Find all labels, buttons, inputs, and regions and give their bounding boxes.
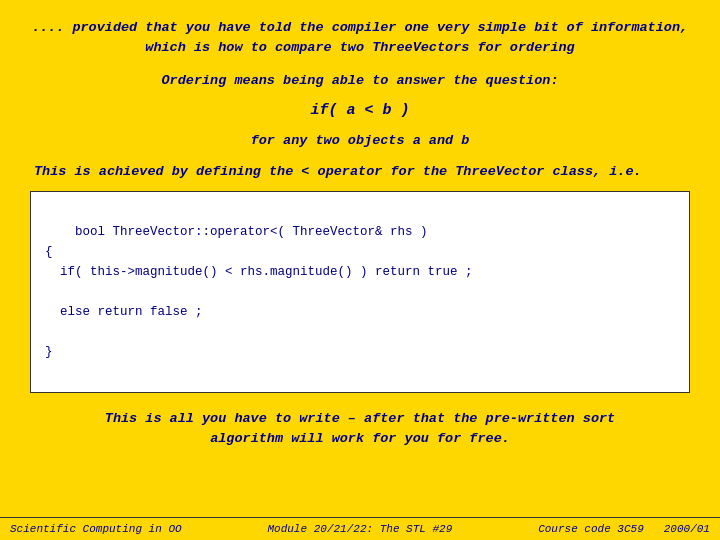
ordering-text: Ordering means being able to answer the … [30,73,690,88]
bottom-text-line2: algorithm will work for you for free. [210,431,510,446]
bottom-text-line1: This is all you have to write – after th… [105,411,615,426]
footer-course: Course code 3C59 [538,523,644,535]
top-text-line1: .... provided that you have told the com… [32,20,688,35]
page-container: .... provided that you have told the com… [0,0,720,540]
footer-middle: Module 20/21/22: The STL #29 [267,523,452,535]
footer-year: 2000/01 [664,523,710,535]
footer-right: Course code 3C59 2000/01 [538,523,710,535]
code-content: bool ThreeVector::operator<( ThreeVector… [45,225,473,359]
footer: Scientific Computing in OO Module 20/21/… [0,517,720,540]
achieved-text: This is achieved by defining the < opera… [30,164,690,179]
for-any-text: for any two objects a and b [30,133,690,148]
if-text: if( a < b ) [30,102,690,119]
top-text: .... provided that you have told the com… [30,18,690,59]
footer-left: Scientific Computing in OO [10,523,182,535]
top-text-line2: which is how to compare two ThreeVectors… [145,40,574,55]
code-block: bool ThreeVector::operator<( ThreeVector… [30,191,690,393]
bottom-text: This is all you have to write – after th… [30,409,690,450]
